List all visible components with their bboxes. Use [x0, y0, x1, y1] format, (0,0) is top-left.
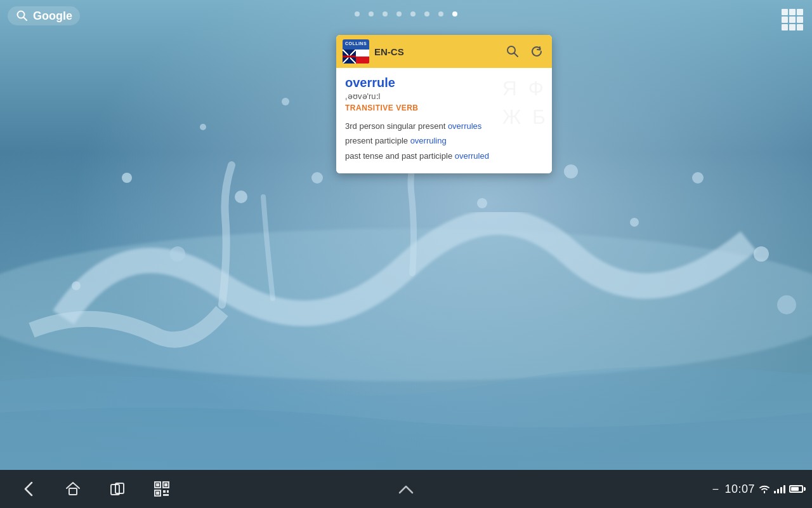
svg-point-3 [282, 98, 289, 105]
dot-6[interactable] [424, 11, 429, 17]
conjugation-link-3[interactable]: overruled [455, 151, 489, 161]
dot-8-active[interactable] [452, 11, 457, 17]
collins-text: Collins [345, 41, 367, 46]
dictionary-widget: Collins EN-CS [336, 35, 552, 173]
screenshot-button[interactable] [140, 470, 184, 508]
time-display: 10:07 [724, 483, 755, 496]
language-pair: EN-CS [374, 46, 499, 57]
svg-line-18 [514, 53, 518, 57]
word-title[interactable]: overrule [345, 76, 543, 90]
search-icon-header[interactable] [504, 43, 521, 60]
svg-point-9 [477, 198, 487, 208]
page-dots [355, 11, 457, 17]
svg-point-4 [235, 190, 247, 203]
google-label: Google [33, 10, 72, 23]
svg-rect-19 [69, 488, 77, 495]
status-bar: – 10:07 [713, 483, 806, 496]
dictionary-header: Collins EN-CS [336, 35, 552, 68]
svg-rect-27 [156, 491, 159, 495]
refresh-icon-header[interactable] [528, 43, 546, 60]
svg-point-31 [764, 491, 765, 493]
battery-icon [789, 485, 806, 493]
header-icons [504, 43, 546, 60]
google-search-bar[interactable]: Google [8, 6, 80, 25]
dot-2[interactable] [369, 11, 374, 17]
svg-point-10 [564, 164, 578, 178]
word-type: TRANSITIVE VERB [345, 104, 543, 112]
collins-logo: Collins [343, 39, 369, 64]
up-chevron[interactable] [396, 479, 416, 499]
nav-items [0, 470, 184, 508]
svg-rect-29 [167, 490, 169, 493]
svg-rect-25 [164, 483, 167, 486]
svg-point-14 [777, 295, 796, 314]
svg-rect-28 [163, 490, 166, 493]
pronunciation: ˌəʊvə'ruːl [345, 91, 543, 101]
svg-point-5 [170, 246, 185, 262]
conjugation-link-1[interactable]: overrules [448, 121, 481, 131]
conjugation-line-1: 3rd person singular present overrules [345, 119, 543, 133]
dictionary-content: overrule ˌəʊvə'ruːl TRANSITIVE VERB 3rd … [336, 68, 552, 173]
signal-bars [774, 485, 785, 493]
dot-5[interactable] [410, 11, 416, 17]
back-button[interactable] [6, 470, 51, 508]
svg-rect-23 [156, 483, 159, 486]
svg-line-16 [24, 18, 27, 21]
svg-point-7 [311, 172, 323, 184]
svg-rect-30 [163, 494, 169, 496]
svg-point-1 [122, 173, 132, 183]
wifi-icon [759, 484, 770, 494]
search-icon [15, 9, 29, 23]
minus-sign: – [713, 483, 719, 495]
flag-cz [356, 50, 369, 64]
svg-point-12 [692, 172, 704, 184]
svg-point-2 [200, 124, 206, 130]
grid-icon[interactable] [782, 9, 803, 30]
home-button[interactable] [51, 470, 95, 508]
dot-4[interactable] [396, 11, 402, 17]
conjugation-link-2[interactable]: overruling [410, 136, 447, 145]
dot-3[interactable] [383, 11, 388, 17]
conjugation-line-2: present participle overruling [345, 133, 543, 148]
collins-flags [343, 50, 369, 64]
dot-1[interactable] [355, 11, 360, 17]
flag-uk [343, 50, 356, 64]
svg-point-13 [754, 246, 769, 262]
dot-7[interactable] [438, 11, 443, 17]
bottom-bar: – 10:07 [0, 470, 812, 508]
conjugation-line-3: past tense and past participle overruled [345, 149, 543, 163]
svg-point-11 [630, 218, 639, 227]
svg-point-6 [72, 281, 81, 290]
recents-button[interactable] [95, 470, 140, 508]
